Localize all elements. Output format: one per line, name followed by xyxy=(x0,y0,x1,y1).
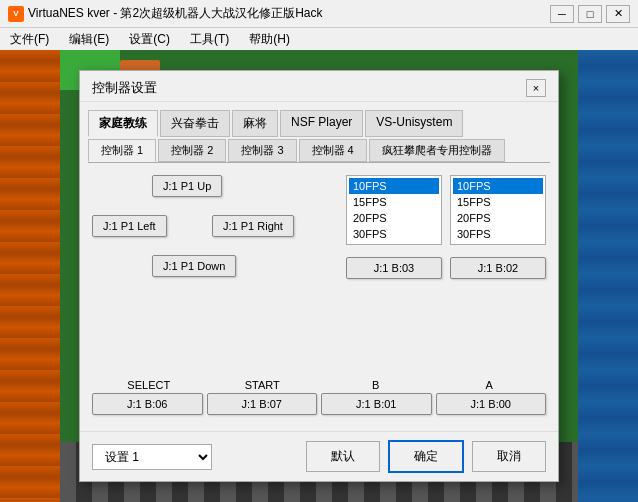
ctab-controller-3[interactable]: 控制器 3 xyxy=(228,139,296,162)
label-a: A xyxy=(433,379,547,391)
label-start: START xyxy=(206,379,320,391)
fps-30-right[interactable]: 30FPS xyxy=(453,226,543,242)
dialog-title: 控制器设置 xyxy=(92,79,157,97)
cancel-button[interactable]: 取消 xyxy=(472,441,546,472)
menu-edit[interactable]: 编辑(E) xyxy=(63,29,115,50)
tab-mahjong[interactable]: 麻将 xyxy=(232,110,278,137)
minimize-button[interactable]: ─ xyxy=(550,5,574,23)
controller-settings-dialog: 控制器设置 × 家庭教练 兴奋拳击 麻将 NSF Player VS-Unisy… xyxy=(79,70,559,482)
ctab-controller-4[interactable]: 控制器 4 xyxy=(299,139,367,162)
menu-bar: 文件(F) 编辑(E) 设置(C) 工具(T) 帮助(H) xyxy=(0,28,638,50)
dialog-body: 家庭教练 兴奋拳击 麻将 NSF Player VS-Unisystem 控制器… xyxy=(80,102,558,423)
menu-file[interactable]: 文件(F) xyxy=(4,29,55,50)
button-b[interactable]: J:1 B:01 xyxy=(321,393,432,415)
side-button-right[interactable]: J:1 B:02 xyxy=(450,257,546,279)
window-controls: ─ □ ✕ xyxy=(550,5,630,23)
label-select: SELECT xyxy=(92,379,206,391)
left-panel: J:1 P1 Up J:1 P1 Left J:1 P1 Right J:1 P… xyxy=(92,175,338,367)
preset-select[interactable]: 设置 1 设置 2 设置 3 xyxy=(92,444,212,470)
fps-panel-right: 10FPS 15FPS 20FPS 30FPS xyxy=(450,175,546,245)
button-a[interactable]: J:1 B:00 xyxy=(436,393,547,415)
fps-10-left[interactable]: 10FPS xyxy=(349,178,439,194)
fps-20-right[interactable]: 20FPS xyxy=(453,210,543,226)
side-buttons-row: J:1 B:03 J:1 B:02 xyxy=(346,257,546,279)
dialog-footer: 设置 1 设置 2 设置 3 默认 确定 取消 xyxy=(80,431,558,481)
tab-exciting-boxing[interactable]: 兴奋拳击 xyxy=(160,110,230,137)
fps-row: 10FPS 15FPS 20FPS 30FPS 10FPS 15FPS 20FP… xyxy=(346,175,546,245)
title-bar: V VirtuaNES kver - 第2次超级机器人大战汉化修正版Hack ─… xyxy=(0,0,638,28)
fps-15-right[interactable]: 15FPS xyxy=(453,194,543,210)
dpad-right-button[interactable]: J:1 P1 Right xyxy=(212,215,294,237)
side-button-left[interactable]: J:1 B:03 xyxy=(346,257,442,279)
button-start[interactable]: J:1 B:07 xyxy=(207,393,318,415)
dialog-close-button[interactable]: × xyxy=(526,79,546,97)
ctab-controller-2[interactable]: 控制器 2 xyxy=(158,139,226,162)
content-area: J:1 P1 Up J:1 P1 Left J:1 P1 Right J:1 P… xyxy=(88,171,550,371)
dpad-down-button[interactable]: J:1 P1 Down xyxy=(152,255,236,277)
menu-tools[interactable]: 工具(T) xyxy=(184,29,235,50)
fps-panel-left: 10FPS 15FPS 20FPS 30FPS xyxy=(346,175,442,245)
fps-30-left[interactable]: 30FPS xyxy=(349,226,439,242)
dialog-header: 控制器设置 × xyxy=(80,71,558,102)
menu-settings[interactable]: 设置(C) xyxy=(123,29,176,50)
ctab-crazy-climber[interactable]: 疯狂攀爬者专用控制器 xyxy=(369,139,505,162)
fps-15-left[interactable]: 15FPS xyxy=(349,194,439,210)
tab-family-trainer[interactable]: 家庭教练 xyxy=(88,110,158,137)
window-close-button[interactable]: ✕ xyxy=(606,5,630,23)
ok-button[interactable]: 确定 xyxy=(388,440,464,473)
ctab-controller-1[interactable]: 控制器 1 xyxy=(88,139,156,162)
controller-tab-row: 控制器 1 控制器 2 控制器 3 控制器 4 疯狂攀爬者专用控制器 xyxy=(88,139,550,163)
tab-nsf-player[interactable]: NSF Player xyxy=(280,110,363,137)
dpad-container: J:1 P1 Up J:1 P1 Left J:1 P1 Right J:1 P… xyxy=(92,175,292,325)
action-section: SELECT START B A J:1 B:06 J:1 B:07 J:1 B… xyxy=(88,379,550,415)
dpad-up-button[interactable]: J:1 P1 Up xyxy=(152,175,222,197)
default-button[interactable]: 默认 xyxy=(306,441,380,472)
dialog-overlay: 控制器设置 × 家庭教练 兴奋拳击 麻将 NSF Player VS-Unisy… xyxy=(0,50,638,502)
button-select[interactable]: J:1 B:06 xyxy=(92,393,203,415)
tab-row-1: 家庭教练 兴奋拳击 麻将 NSF Player VS-Unisystem xyxy=(88,110,550,137)
tab-vs-unisystem[interactable]: VS-Unisystem xyxy=(365,110,463,137)
dpad-left-button[interactable]: J:1 P1 Left xyxy=(92,215,167,237)
maximize-button[interactable]: □ xyxy=(578,5,602,23)
fps-20-left[interactable]: 20FPS xyxy=(349,210,439,226)
action-buttons: J:1 B:06 J:1 B:07 J:1 B:01 J:1 B:00 xyxy=(92,393,546,415)
label-b: B xyxy=(319,379,433,391)
menu-help[interactable]: 帮助(H) xyxy=(243,29,296,50)
fps-10-right[interactable]: 10FPS xyxy=(453,178,543,194)
right-panel: 10FPS 15FPS 20FPS 30FPS 10FPS 15FPS 20FP… xyxy=(346,175,546,367)
action-labels: SELECT START B A xyxy=(92,379,546,391)
app-icon: V xyxy=(8,6,24,22)
window-title: VirtuaNES kver - 第2次超级机器人大战汉化修正版Hack xyxy=(28,5,323,22)
